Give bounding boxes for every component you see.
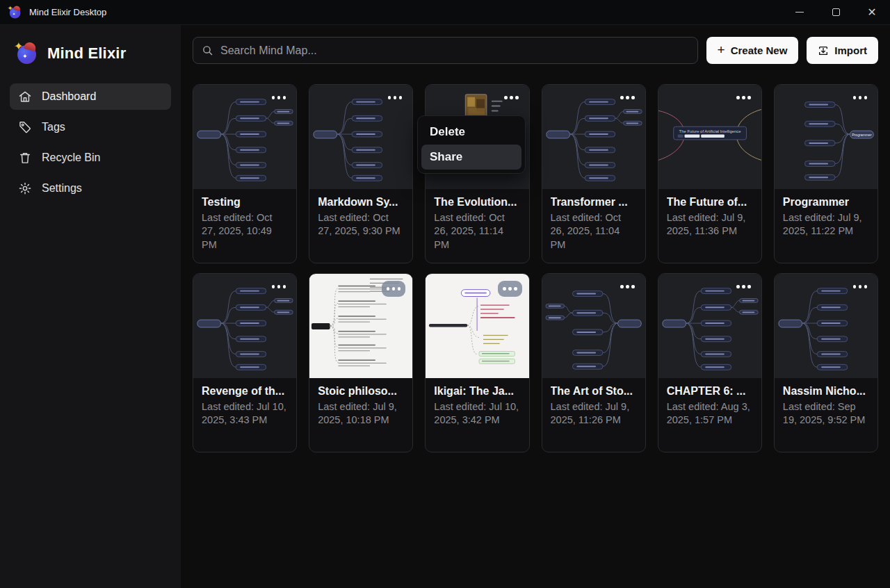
card-last-edited: Last edited: Jul 9, 2025, 11:36 PM — [667, 211, 753, 238]
mindmap-thumbnail[interactable] — [542, 85, 645, 189]
mindmap-grid: TestingLast edited: Oct 27, 2025, 10:49 … — [193, 84, 878, 452]
mindmap-card[interactable]: ProgrammerProgrammerLast edited: Jul 9, … — [774, 84, 878, 263]
import-button[interactable]: Import — [807, 37, 878, 64]
card-info: TestingLast edited: Oct 27, 2025, 10:49 … — [193, 189, 296, 263]
window-controls: ✕ — [782, 0, 890, 24]
card-last-edited: Last edited: Jul 10, 2025, 3:43 PM — [202, 400, 288, 427]
card-title: Programmer — [783, 196, 869, 209]
create-new-button[interactable]: + Create New — [706, 37, 799, 64]
window-title: Mind Elixir Desktop — [29, 7, 106, 17]
search-input[interactable] — [220, 44, 689, 57]
mindmap-card[interactable]: TestingLast edited: Oct 27, 2025, 10:49 … — [193, 84, 297, 263]
card-title: Ikigai: The Ja... — [434, 385, 520, 398]
ellipsis-icon — [388, 96, 391, 99]
maximize-button[interactable] — [818, 0, 854, 24]
mindmap-card[interactable]: Stoic philoso...Last edited: Jul 9, 2025… — [309, 273, 413, 452]
sidebar-nav: DashboardTagsRecycle BinSettings — [10, 83, 171, 202]
card-more-options-button[interactable] — [617, 92, 638, 104]
sidebar-item-recycle-bin[interactable]: Recycle Bin — [10, 145, 171, 171]
sidebar-item-label: Settings — [42, 182, 82, 195]
mindmap-card[interactable]: Revenge of th...Last edited: Jul 10, 202… — [193, 273, 297, 452]
card-title: Testing — [202, 196, 288, 209]
import-label: Import — [834, 44, 867, 56]
mindmap-card[interactable]: Markdown Sy...Last edited: Oct 27, 2025,… — [309, 84, 413, 263]
minimize-button[interactable] — [782, 0, 818, 24]
mind-elixir-logo-icon: ✦✦ — [15, 42, 39, 65]
mindmap-thumbnail[interactable] — [426, 274, 528, 378]
ellipsis-icon — [853, 285, 857, 288]
card-last-edited: Last edited: Jul 10, 2025, 3:42 PM — [434, 400, 520, 427]
card-info: Markdown Sy...Last edited: Oct 27, 2025,… — [309, 189, 412, 263]
ellipsis-icon — [503, 287, 506, 291]
gear-icon — [18, 181, 32, 195]
close-button[interactable]: ✕ — [854, 0, 890, 24]
card-more-options-button[interactable] — [617, 281, 638, 293]
card-info: Transformer ...Last edited: Oct 26, 2025… — [542, 189, 645, 263]
sidebar-item-label: Recycle Bin — [42, 152, 100, 164]
app-name: Mind Elixir — [47, 44, 126, 63]
card-title: Nassim Nicho... — [783, 385, 869, 398]
menu-item-share[interactable]: Share — [421, 145, 521, 170]
menu-item-delete[interactable]: Delete — [421, 120, 521, 145]
ellipsis-icon — [736, 96, 740, 99]
mindmap-card[interactable]: Ikigai: The Ja...Last edited: Jul 10, 20… — [425, 273, 529, 452]
card-info: ProgrammerLast edited: Jul 9, 2025, 11:2… — [775, 189, 877, 263]
card-info: The Evolution...Last edited: Oct 26, 202… — [426, 189, 528, 263]
card-more-options-button[interactable] — [498, 281, 522, 297]
card-info: Revenge of th...Last edited: Jul 10, 202… — [193, 378, 296, 452]
mindmap-card[interactable]: CHAPTER 6: ...Last edited: Aug 3, 2025, … — [658, 273, 762, 452]
card-more-options-button[interactable] — [382, 281, 406, 297]
mindmap-thumbnail[interactable] — [309, 85, 412, 189]
card-more-options-button[interactable] — [385, 92, 406, 104]
card-last-edited: Last edited: Sep 19, 2025, 9:52 PM — [783, 400, 869, 427]
card-title: Stoic philoso... — [318, 385, 404, 398]
ellipsis-icon — [272, 285, 275, 288]
card-more-options-button[interactable] — [268, 281, 290, 293]
mindmap-thumbnail[interactable] — [658, 274, 761, 378]
mindmap-card[interactable]: The Future of Artificial IntelligenceThe… — [658, 84, 762, 263]
minimize-icon — [795, 12, 804, 13]
mindmap-card[interactable]: The Art of Sto...Last edited: Jul 9, 202… — [542, 273, 646, 452]
app-window: ✦✦ Mind Elixir Desktop ✕ ✦✦ Mind Elixir … — [0, 0, 890, 588]
sidebar-item-label: Dashboard — [42, 90, 96, 103]
card-info: Ikigai: The Ja...Last edited: Jul 10, 20… — [426, 378, 528, 452]
mindmap-thumbnail[interactable] — [193, 85, 296, 189]
card-info: The Art of Sto...Last edited: Jul 9, 202… — [542, 378, 645, 452]
card-last-edited: Last edited: Oct 27, 2025, 9:30 PM — [318, 211, 404, 238]
home-icon — [18, 90, 32, 104]
mindmap-card[interactable]: Nassim Nicho...Last edited: Sep 19, 2025… — [774, 273, 878, 452]
svg-text:Programmer: Programmer — [852, 133, 872, 137]
mindmap-thumbnail[interactable] — [775, 274, 877, 378]
card-last-edited: Last edited: Jul 9, 2025, 11:26 PM — [551, 400, 637, 427]
card-more-options-button[interactable] — [850, 281, 871, 293]
card-more-options-button[interactable] — [268, 92, 290, 104]
context-menu: DeleteShare — [417, 115, 526, 174]
mindmap-card[interactable]: The Evolution...Last edited: Oct 26, 202… — [425, 84, 529, 263]
mindmap-card[interactable]: Transformer ...Last edited: Oct 26, 2025… — [542, 84, 646, 263]
close-icon: ✕ — [867, 7, 876, 18]
card-last-edited: Last edited: Oct 26, 2025, 11:14 PM — [434, 211, 520, 252]
main-content: + Create New Import TestingLast edited: … — [181, 25, 890, 588]
sidebar: ✦✦ Mind Elixir DashboardTagsRecycle BinS… — [0, 25, 181, 588]
mindmap-thumbnail[interactable]: Programmer — [775, 85, 877, 189]
card-more-options-button[interactable] — [501, 92, 522, 104]
sidebar-item-tags[interactable]: Tags — [10, 114, 171, 140]
mindmap-thumbnail[interactable]: The Future of Artificial Intelligence — [658, 85, 761, 189]
card-more-options-button[interactable] — [733, 92, 754, 104]
card-last-edited: Last edited: Oct 26, 2025, 11:04 PM — [551, 211, 637, 252]
card-more-options-button[interactable] — [850, 92, 871, 104]
mindmap-thumbnail[interactable] — [193, 274, 296, 378]
mindmap-thumbnail[interactable] — [542, 274, 645, 378]
ellipsis-icon — [853, 96, 857, 99]
card-title: The Future of... — [667, 196, 753, 209]
mindmap-thumbnail[interactable] — [309, 274, 412, 378]
ellipsis-icon — [620, 96, 624, 99]
card-title: Transformer ... — [551, 196, 637, 209]
header-row: + Create New Import — [193, 37, 878, 64]
svg-text:The Future of Artificial Intel: The Future of Artificial Intelligence — [679, 129, 741, 133]
sidebar-item-dashboard[interactable]: Dashboard — [10, 83, 171, 110]
sidebar-item-settings[interactable]: Settings — [10, 175, 171, 202]
sidebar-item-label: Tags — [42, 121, 65, 133]
search-icon — [202, 44, 213, 56]
card-more-options-button[interactable] — [733, 281, 754, 293]
